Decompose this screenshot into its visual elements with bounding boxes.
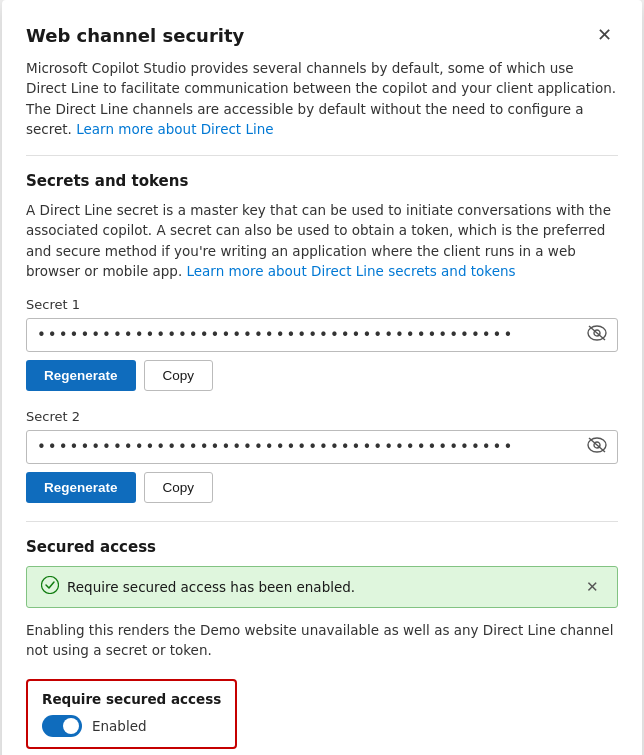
secret1-input-row: ••••••••••••••••••••••••••••••••••••••••… — [26, 318, 618, 352]
secured-access-toggle[interactable] — [42, 715, 82, 737]
secret2-value: ••••••••••••••••••••••••••••••••••••••••… — [37, 438, 579, 456]
modal-header: Web channel security ✕ — [26, 24, 618, 46]
secrets-tokens-section: Secrets and tokens A Direct Line secret … — [26, 172, 618, 503]
toggle-track — [42, 715, 82, 737]
secret1-label: Secret 1 — [26, 297, 618, 312]
secured-access-description: Enabling this renders the Demo website u… — [26, 620, 618, 661]
secret1-toggle-visibility-icon[interactable] — [587, 325, 607, 345]
secret2-toggle-visibility-icon[interactable] — [587, 437, 607, 457]
intro-description: Microsoft Copilot Studio provides severa… — [26, 58, 618, 139]
secured-access-title: Secured access — [26, 538, 618, 556]
secured-access-section: Secured access Require secured access ha… — [26, 538, 618, 749]
secret2-copy-button[interactable]: Copy — [144, 472, 214, 503]
success-check-icon — [41, 576, 59, 598]
learn-more-direct-line-link[interactable]: Learn more about Direct Line — [76, 121, 273, 137]
secret1-regenerate-button[interactable]: Regenerate — [26, 360, 136, 391]
secrets-tokens-title: Secrets and tokens — [26, 172, 618, 190]
secret2-label: Secret 2 — [26, 409, 618, 424]
close-button[interactable]: ✕ — [591, 24, 618, 46]
success-banner-content: Require secured access has been enabled. — [41, 576, 355, 598]
modal-title: Web channel security — [26, 25, 244, 46]
divider-2 — [26, 521, 618, 522]
svg-point-6 — [42, 577, 59, 594]
toggle-label: Require secured access — [42, 691, 221, 707]
secrets-tokens-description: A Direct Line secret is a master key tha… — [26, 200, 618, 281]
learn-more-secrets-link[interactable]: Learn more about Direct Line secrets and… — [186, 263, 515, 279]
secret1-value: ••••••••••••••••••••••••••••••••••••••••… — [37, 326, 579, 344]
divider-1 — [26, 155, 618, 156]
secret2-regenerate-button[interactable]: Regenerate — [26, 472, 136, 503]
secret2-actions: Regenerate Copy — [26, 472, 618, 503]
require-secured-access-toggle-box: Require secured access Enabled — [26, 679, 237, 749]
secret1-actions: Regenerate Copy — [26, 360, 618, 391]
banner-close-button[interactable]: ✕ — [582, 578, 603, 596]
success-banner-text: Require secured access has been enabled. — [67, 579, 355, 595]
secret1-copy-button[interactable]: Copy — [144, 360, 214, 391]
toggle-row: Enabled — [42, 715, 221, 737]
toggle-thumb — [63, 718, 79, 734]
toggle-state-text: Enabled — [92, 718, 147, 734]
success-banner: Require secured access has been enabled.… — [26, 566, 618, 608]
web-channel-security-modal: Web channel security ✕ Microsoft Copilot… — [2, 0, 642, 755]
secret2-input-row: ••••••••••••••••••••••••••••••••••••••••… — [26, 430, 618, 464]
